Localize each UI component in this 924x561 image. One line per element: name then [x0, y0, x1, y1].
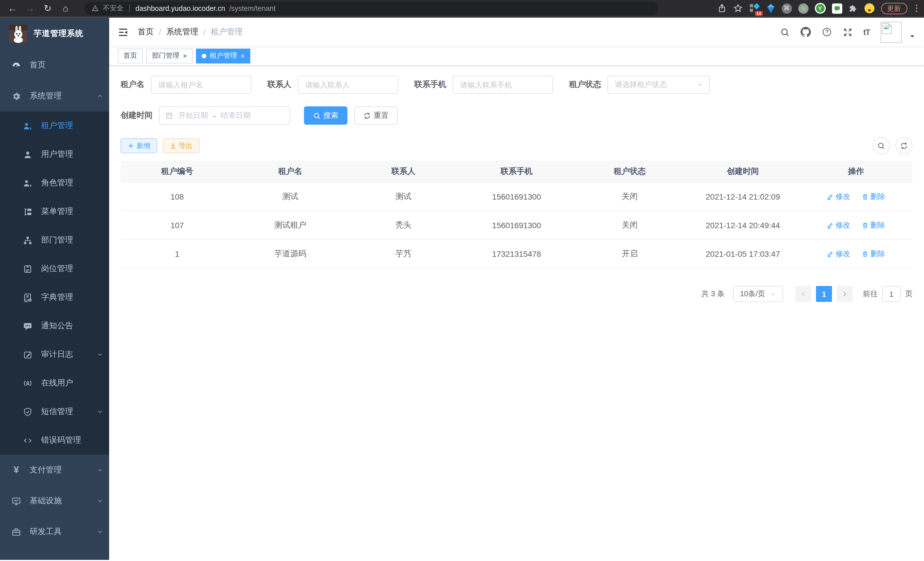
- navbar-actions: tT: [780, 21, 915, 43]
- y-extension-icon[interactable]: Y: [814, 3, 825, 14]
- chevron-down-icon: [97, 351, 104, 358]
- sidebar-item-online-users[interactable]: 在线用户: [0, 369, 109, 397]
- code-icon: [23, 435, 33, 445]
- delete-link[interactable]: 删除: [862, 220, 885, 230]
- address-bar[interactable]: 不安全 dashboard.yudao.iocoder.cn/system/te…: [85, 2, 658, 15]
- browser-actions: 10 ⌘ Y 更新: [717, 3, 920, 14]
- chevron-down-icon: [697, 81, 704, 88]
- page-number-button[interactable]: 1: [816, 286, 832, 302]
- export-button[interactable]: 导出: [163, 138, 200, 153]
- edit-link[interactable]: 修改: [827, 220, 850, 230]
- sidebar-item-label: 角色管理: [41, 178, 73, 188]
- sidebar-item-tenant[interactable]: 租户管理: [0, 111, 109, 140]
- sidebar-item-dict[interactable]: 字典管理: [0, 283, 109, 312]
- tab-home[interactable]: 首页: [118, 48, 143, 63]
- date-range-picker[interactable]: 开始日期 - 结束日期: [159, 106, 290, 125]
- chrome-menu-icon[interactable]: [914, 5, 920, 12]
- next-page-icon[interactable]: [837, 286, 853, 302]
- sidebar-collapse-icon[interactable]: [118, 27, 129, 38]
- refresh-table-icon[interactable]: [896, 137, 913, 154]
- chevron-down-icon: [97, 467, 104, 474]
- reload-icon[interactable]: ↻: [40, 1, 56, 16]
- sidebar-item-post[interactable]: 岗位管理: [0, 254, 109, 283]
- mobile-input[interactable]: [453, 75, 553, 94]
- tab-tenant[interactable]: 租户管理 ×: [196, 48, 250, 63]
- goto-page-input[interactable]: [882, 286, 901, 302]
- delete-link[interactable]: 删除: [862, 191, 885, 202]
- range-separator: -: [213, 111, 216, 120]
- extension-grid-icon[interactable]: 10: [749, 3, 760, 14]
- chrome-update-button[interactable]: 更新: [881, 3, 907, 14]
- profile-avatar-icon[interactable]: [864, 3, 874, 14]
- sidebar-item-error-code[interactable]: 错误码管理: [0, 426, 109, 455]
- edit-link[interactable]: 修改: [827, 191, 850, 202]
- caret-down-icon[interactable]: [909, 33, 915, 39]
- sidebar-item-user[interactable]: 用户管理: [0, 140, 109, 169]
- app-logo-row[interactable]: 芋道管理系统: [0, 18, 109, 50]
- url-host[interactable]: dashboard.yudao.iocoder.cn: [135, 4, 225, 12]
- sidebar-item-menu[interactable]: 菜单管理: [0, 197, 109, 226]
- cell-status: 关闭: [573, 211, 686, 239]
- sidebar-item-dept[interactable]: 部门管理: [0, 226, 109, 254]
- sidebar-item-label: 错误码管理: [41, 435, 81, 445]
- back-icon[interactable]: ←: [4, 1, 20, 16]
- close-icon[interactable]: ×: [183, 52, 187, 59]
- share-icon[interactable]: [717, 3, 727, 13]
- tab-dept[interactable]: 部门管理 ×: [146, 48, 193, 63]
- reset-button[interactable]: 重置: [354, 106, 398, 125]
- sidebar-item-dev-tools[interactable]: 研发工具: [0, 516, 109, 547]
- breadcrumb-home[interactable]: 首页: [138, 27, 154, 37]
- dot-extension-icon[interactable]: [798, 3, 808, 14]
- sidebar-item-notice[interactable]: 通知公告: [0, 312, 109, 340]
- page-size-select[interactable]: 10条/页: [733, 286, 783, 302]
- close-icon[interactable]: ×: [241, 52, 244, 59]
- add-button[interactable]: 新增: [121, 138, 157, 153]
- puzzle-extensions-icon[interactable]: [848, 4, 857, 13]
- fullscreen-icon[interactable]: [843, 27, 853, 37]
- extension-badge: 10: [755, 11, 763, 16]
- contact-input[interactable]: [298, 75, 398, 94]
- shield-check-icon: [23, 407, 33, 417]
- status-select[interactable]: 请选择租户状态: [608, 75, 710, 94]
- cell-created: 2021-12-14 20:49:44: [686, 211, 800, 239]
- tenant-page: 租户名 联系人 联系手机 租户状态 请选择租户状态: [109, 66, 924, 560]
- security-label[interactable]: 不安全: [103, 3, 123, 13]
- divider: [129, 5, 130, 12]
- chevron-up-icon: [97, 93, 104, 99]
- sidebar-item-label: 在线用户: [41, 378, 73, 388]
- search-button[interactable]: 搜索: [304, 106, 347, 125]
- command-extension-icon[interactable]: ⌘: [782, 3, 792, 14]
- cell-id: 1: [121, 239, 234, 268]
- tenant-name-input[interactable]: [151, 75, 251, 94]
- delete-link[interactable]: 删除: [862, 248, 885, 259]
- search-icon[interactable]: [780, 27, 790, 37]
- font-size-icon[interactable]: tT: [863, 27, 870, 37]
- create-time-label: 创建时间: [121, 110, 153, 121]
- cell-status: 开启: [573, 239, 686, 268]
- help-icon[interactable]: [822, 27, 832, 37]
- sidebar-item-infra[interactable]: 基础设施: [0, 486, 109, 516]
- avatar[interactable]: [880, 21, 902, 43]
- sidebar-item-sms[interactable]: 短信管理: [0, 397, 109, 426]
- sidebar-item-role[interactable]: 角色管理: [0, 169, 109, 197]
- breadcrumb-system[interactable]: 系统管理: [166, 27, 198, 37]
- diamond-extension-icon[interactable]: [766, 3, 775, 14]
- filter-row-1: 租户名 联系人 联系手机 租户状态 请选择租户状态: [121, 75, 913, 94]
- pagination-total: 共 3 条: [701, 289, 724, 299]
- url-path[interactable]: /system/tenant: [229, 4, 276, 12]
- prev-page-icon[interactable]: [795, 286, 812, 302]
- table-toolbar: 新增 导出: [121, 137, 913, 154]
- chat-extension-icon[interactable]: [832, 3, 842, 14]
- sidebar-item-audit-log[interactable]: 审计日志: [0, 340, 109, 369]
- toggle-search-icon[interactable]: [873, 137, 890, 154]
- home-icon[interactable]: ⌂: [58, 1, 73, 16]
- cell-contact: 芋艿: [347, 239, 460, 268]
- github-icon[interactable]: [801, 27, 811, 37]
- sidebar-item-home[interactable]: 首页: [0, 50, 109, 81]
- bookmark-star-icon[interactable]: [733, 3, 742, 13]
- sidebar-item-pay[interactable]: ¥ 支付管理: [0, 455, 109, 486]
- edit-link[interactable]: 修改: [827, 248, 850, 259]
- sidebar-item-system[interactable]: 系统管理: [0, 81, 109, 111]
- reset-button-label: 重置: [374, 110, 388, 121]
- chevron-down-icon: [97, 528, 104, 535]
